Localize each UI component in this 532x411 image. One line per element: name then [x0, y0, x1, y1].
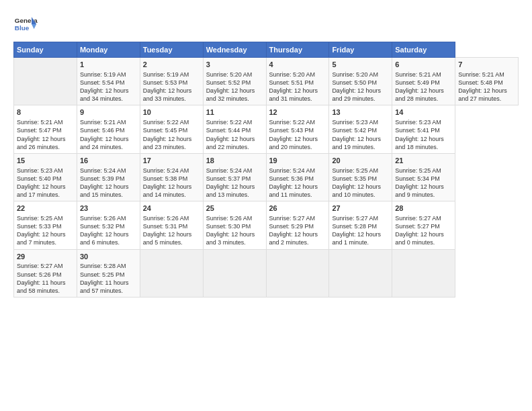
daylight: Daylight: 12 hours and 33 minutes. — [143, 87, 192, 102]
sunset: Sunset: 5:32 PM — [80, 223, 125, 230]
daylight: Daylight: 12 hours and 28 minutes. — [395, 87, 444, 102]
sunrise: Sunrise: 5:23 AM — [17, 167, 63, 174]
daylight: Daylight: 12 hours and 20 minutes. — [269, 136, 318, 150]
calendar-cell: 21Sunrise: 5:25 AMSunset: 5:34 PMDayligh… — [392, 153, 455, 201]
sunrise: Sunrise: 5:23 AM — [395, 119, 441, 126]
sunrise: Sunrise: 5:28 AM — [80, 263, 126, 269]
day-number: 29 — [17, 252, 74, 262]
calendar-header-row: SundayMondayTuesdayWednesdayThursdayFrid… — [14, 42, 519, 58]
calendar-cell: 29Sunrise: 5:27 AMSunset: 5:26 PMDayligh… — [14, 249, 77, 297]
daylight: Daylight: 12 hours and 3 minutes. — [206, 231, 255, 246]
daylight: Daylight: 12 hours and 10 minutes. — [332, 183, 381, 198]
day-number: 28 — [395, 203, 452, 214]
sunrise: Sunrise: 5:21 AM — [17, 119, 63, 126]
header-day-monday: Monday — [77, 42, 140, 58]
header: General Blue — [13, 12, 519, 36]
sunrise: Sunrise: 5:19 AM — [143, 71, 189, 78]
calendar-cell: 17Sunrise: 5:24 AMSunset: 5:38 PMDayligh… — [140, 153, 203, 201]
header-day-saturday: Saturday — [392, 42, 455, 58]
calendar-cell: 8Sunrise: 5:21 AMSunset: 5:47 PMDaylight… — [14, 105, 77, 153]
daylight: Daylight: 12 hours and 19 minutes. — [332, 136, 381, 150]
daylight: Daylight: 12 hours and 27 minutes. — [458, 87, 507, 102]
daylight: Daylight: 12 hours and 18 minutes. — [395, 136, 444, 150]
sunset: Sunset: 5:30 PM — [206, 223, 251, 230]
day-number: 8 — [17, 107, 74, 118]
logo: General Blue — [13, 12, 38, 36]
svg-marker-3 — [32, 24, 36, 29]
sunrise: Sunrise: 5:25 AM — [17, 215, 63, 222]
daylight: Daylight: 12 hours and 23 minutes. — [143, 136, 192, 150]
sunset: Sunset: 5:29 PM — [269, 223, 314, 230]
sunrise: Sunrise: 5:24 AM — [206, 167, 253, 174]
sunrise: Sunrise: 5:24 AM — [143, 167, 189, 174]
sunset: Sunset: 5:28 PM — [332, 223, 377, 230]
day-number: 18 — [206, 156, 263, 166]
calendar-cell: 7Sunrise: 5:21 AMSunset: 5:48 PMDaylight… — [455, 58, 519, 105]
daylight: Daylight: 12 hours and 14 minutes. — [143, 183, 192, 198]
day-number: 16 — [80, 156, 137, 166]
page: General Blue SundayMondayTuesdayWednesda… — [0, 0, 532, 411]
daylight: Daylight: 12 hours and 22 minutes. — [206, 136, 255, 150]
calendar-week-row: 15Sunrise: 5:23 AMSunset: 5:40 PMDayligh… — [14, 153, 519, 201]
calendar-cell — [203, 249, 266, 297]
daylight: Daylight: 12 hours and 34 minutes. — [80, 87, 129, 102]
sunrise: Sunrise: 5:20 AM — [269, 71, 316, 78]
calendar-cell: 14Sunrise: 5:23 AMSunset: 5:41 PMDayligh… — [392, 105, 455, 153]
sunset: Sunset: 5:45 PM — [143, 127, 188, 134]
calendar-cell — [329, 249, 392, 297]
calendar-body: 1Sunrise: 5:19 AMSunset: 5:54 PMDaylight… — [14, 58, 519, 298]
header-day-sunday: Sunday — [14, 42, 77, 58]
daylight: Daylight: 12 hours and 15 minutes. — [80, 183, 129, 198]
day-number: 22 — [17, 203, 74, 214]
calendar-cell: 5Sunrise: 5:20 AMSunset: 5:50 PMDaylight… — [329, 58, 392, 105]
sunset: Sunset: 5:40 PM — [17, 175, 62, 182]
day-number: 4 — [269, 60, 326, 70]
sunset: Sunset: 5:33 PM — [17, 223, 62, 230]
daylight: Daylight: 12 hours and 2 minutes. — [269, 231, 318, 246]
sunrise: Sunrise: 5:25 AM — [332, 167, 378, 174]
daylight: Daylight: 11 hours and 57 minutes. — [80, 279, 129, 294]
calendar-cell: 11Sunrise: 5:22 AMSunset: 5:44 PMDayligh… — [203, 105, 266, 153]
day-number: 2 — [143, 60, 200, 70]
day-number: 10 — [143, 107, 200, 118]
daylight: Daylight: 12 hours and 0 minutes. — [395, 231, 444, 246]
sunrise: Sunrise: 5:20 AM — [206, 71, 253, 78]
day-number: 12 — [269, 107, 326, 118]
calendar-cell: 23Sunrise: 5:26 AMSunset: 5:32 PMDayligh… — [77, 201, 140, 249]
calendar-cell: 19Sunrise: 5:24 AMSunset: 5:36 PMDayligh… — [266, 153, 329, 201]
sunrise: Sunrise: 5:21 AM — [80, 119, 126, 126]
calendar-cell: 22Sunrise: 5:25 AMSunset: 5:33 PMDayligh… — [14, 201, 77, 249]
day-number: 23 — [80, 203, 137, 214]
calendar-cell: 10Sunrise: 5:22 AMSunset: 5:45 PMDayligh… — [140, 105, 203, 153]
day-number: 9 — [80, 107, 137, 118]
day-number: 15 — [17, 156, 74, 166]
sunrise: Sunrise: 5:24 AM — [80, 167, 126, 174]
calendar-week-row: 1Sunrise: 5:19 AMSunset: 5:54 PMDaylight… — [14, 58, 519, 105]
calendar-cell: 24Sunrise: 5:26 AMSunset: 5:31 PMDayligh… — [140, 201, 203, 249]
day-number: 5 — [332, 60, 389, 70]
sunrise: Sunrise: 5:22 AM — [143, 119, 189, 126]
sunrise: Sunrise: 5:22 AM — [269, 119, 316, 126]
sunset: Sunset: 5:49 PM — [395, 79, 440, 86]
daylight: Daylight: 12 hours and 24 minutes. — [80, 136, 129, 150]
day-number: 21 — [395, 156, 452, 166]
header-day-wednesday: Wednesday — [203, 42, 266, 58]
sunrise: Sunrise: 5:25 AM — [395, 167, 441, 174]
daylight: Daylight: 11 hours and 58 minutes. — [17, 279, 66, 294]
daylight: Daylight: 12 hours and 29 minutes. — [332, 87, 381, 102]
daylight: Daylight: 12 hours and 5 minutes. — [143, 231, 192, 246]
day-number: 20 — [332, 156, 389, 166]
calendar-cell: 27Sunrise: 5:27 AMSunset: 5:28 PMDayligh… — [329, 201, 392, 249]
sunset: Sunset: 5:48 PM — [458, 79, 503, 86]
header-day-friday: Friday — [329, 42, 392, 58]
daylight: Daylight: 12 hours and 31 minutes. — [269, 87, 318, 102]
calendar-cell: 18Sunrise: 5:24 AMSunset: 5:37 PMDayligh… — [203, 153, 266, 201]
daylight: Daylight: 12 hours and 9 minutes. — [395, 183, 444, 198]
daylight: Daylight: 12 hours and 7 minutes. — [17, 231, 66, 246]
sunset: Sunset: 5:38 PM — [143, 175, 188, 182]
calendar-cell: 12Sunrise: 5:22 AMSunset: 5:43 PMDayligh… — [266, 105, 329, 153]
sunrise: Sunrise: 5:24 AM — [269, 167, 316, 174]
sunrise: Sunrise: 5:26 AM — [80, 215, 126, 222]
sunset: Sunset: 5:39 PM — [80, 175, 125, 182]
sunrise: Sunrise: 5:26 AM — [206, 215, 253, 222]
